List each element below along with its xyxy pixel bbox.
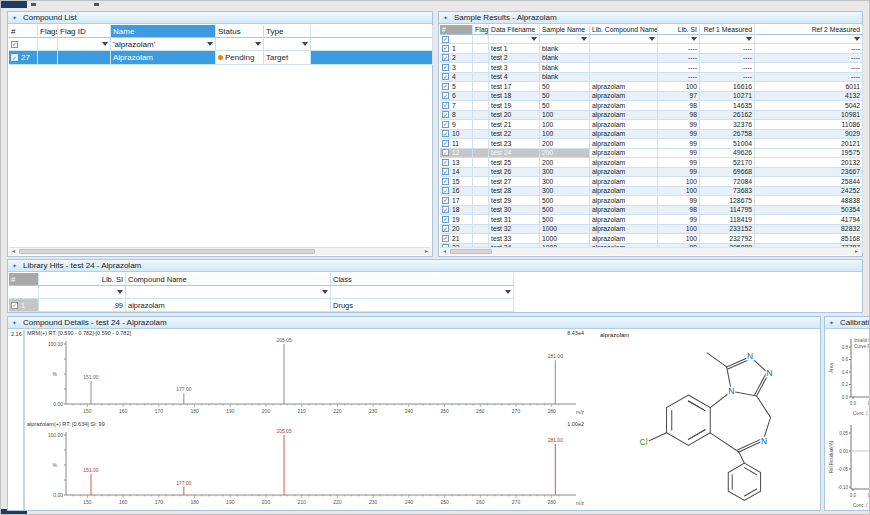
structure-viewer[interactable]: alprazolam [596, 330, 820, 510]
column-header--[interactable]: # [440, 25, 473, 35]
panel-collapse-icon[interactable]: ✦ [829, 320, 834, 326]
scroll-right-icon[interactable]: ▸ [852, 248, 861, 255]
row-checkbox[interactable]: ✓ [442, 64, 449, 71]
table-row[interactable]: ✓199alprazolamDrugs [9, 299, 514, 312]
column-header-compound-name[interactable]: Compound Name [126, 273, 331, 286]
table-row[interactable]: ✓4test 4blank------------ [440, 73, 863, 83]
table-row[interactable]: ✓5test 1750alprazolam100166166011 [440, 82, 863, 92]
splitter-handle-icon[interactable] [94, 3, 99, 6]
sample-results-title-bar[interactable]: ✦ Sample Results - Alprazolam [439, 12, 862, 24]
row-checkbox[interactable]: ✓ [11, 302, 18, 309]
sample-results-hscrollbar[interactable]: ◂ ▸ [440, 247, 861, 255]
scrollbar-thumb[interactable] [450, 249, 492, 254]
table-row[interactable]: ✓27AlprazolamPendingTarget [9, 51, 433, 65]
table-row[interactable]: ✓15test 27300alprazolam1007208425844 [440, 177, 863, 187]
row-checkbox[interactable]: ✓ [442, 168, 449, 175]
column-header-ref-1-measured[interactable]: Ref 1 Measured [700, 25, 755, 35]
row-checkbox[interactable]: ✓ [11, 54, 18, 61]
table-row[interactable]: ✓20test 321000alprazolam10023315282832 [440, 225, 863, 235]
filter-cell[interactable] [9, 286, 39, 299]
column-header-lib-compound-name[interactable]: Lib. Compound Name [590, 25, 658, 35]
table-row[interactable]: ✓7test 1950alprazolam98146355042 [440, 101, 863, 111]
scroll-left-icon[interactable]: ◂ [9, 248, 18, 255]
calibration-title-bar[interactable]: ✦ Calibration [825, 317, 869, 329]
column-header--[interactable]: # [9, 273, 39, 286]
filter-cell[interactable] [311, 38, 433, 51]
scroll-left-icon[interactable]: ◂ [440, 248, 449, 255]
column-header--[interactable]: # [9, 25, 38, 38]
row-checkbox[interactable]: ✓ [442, 102, 449, 109]
table-row[interactable]: ✓13test 25200alprazolam995217020132 [440, 158, 863, 168]
panel-collapse-icon[interactable]: ✦ [443, 15, 448, 21]
table-row[interactable]: ✓6test 1850alprazolam97102714132 [440, 92, 863, 102]
column-header-blank[interactable] [311, 25, 433, 38]
filter-icon[interactable] [649, 37, 655, 41]
calibration-residual-plot[interactable]: 0.050.00-0.05-0.100.00.5Conc. (Rel.Resid… [827, 419, 870, 509]
table-row[interactable]: ✓18test 30500alprazolam9811479550354 [440, 206, 863, 216]
filter-cell[interactable]: ✓ [440, 35, 473, 44]
filter-icon[interactable] [854, 37, 860, 41]
row-checkbox[interactable]: ✓ [442, 111, 449, 118]
table-row[interactable]: ✓12test 24200alprazolam994962619575 [440, 149, 863, 159]
column-header-name[interactable]: Name [111, 25, 216, 38]
compound-list-title-bar[interactable]: ✦ Compound List [8, 12, 432, 24]
row-checkbox[interactable]: ✓ [442, 187, 449, 194]
filter-icon[interactable] [207, 42, 213, 46]
compound-list-hscrollbar[interactable]: ◂ ▸ [9, 247, 431, 255]
row-checkbox[interactable]: ✓ [442, 225, 449, 232]
column-header-flags[interactable]: Flags [38, 25, 58, 38]
filter-icon[interactable] [691, 37, 697, 41]
filter-cell[interactable] [126, 286, 331, 299]
table-row[interactable]: ✓8test 20100alprazolam982616210981 [440, 111, 863, 121]
filter-cell[interactable] [540, 35, 590, 44]
table-row[interactable]: ✓9test 21100alprazolam993237611086 [440, 120, 863, 130]
table-row[interactable]: ✓3test 3blank------------ [440, 63, 863, 73]
filter-cell[interactable] [38, 38, 58, 51]
filter-icon[interactable] [505, 290, 511, 294]
table-row[interactable]: ✓14test 26300alprazolam996966823667 [440, 168, 863, 178]
row-checkbox[interactable]: ✓ [11, 41, 18, 48]
filter-cell[interactable] [755, 35, 863, 44]
filter-icon[interactable] [322, 290, 328, 294]
spectrum-plot-1[interactable]: 100.000.00%15016017018019020021022023024… [26, 338, 588, 419]
filter-icon[interactable] [117, 290, 123, 294]
table-row[interactable]: ✓2test 2blank------------ [440, 54, 863, 64]
scrollbar-thumb[interactable] [19, 249, 315, 254]
filter-cell[interactable] [700, 35, 755, 44]
table-row[interactable]: ✓16test 28300alprazolam1007368324252 [440, 187, 863, 197]
column-header-flag-id[interactable]: Flag ID [58, 25, 111, 38]
filter-cell[interactable] [473, 35, 489, 44]
row-checkbox[interactable]: ✓ [442, 73, 449, 80]
filter-cell[interactable] [216, 38, 264, 51]
filter-icon[interactable] [102, 42, 108, 46]
filter-cell[interactable] [331, 286, 514, 299]
table-row[interactable]: ✓17test 29500alprazolam9912867548838 [440, 196, 863, 206]
splitter-handle-icon[interactable] [31, 3, 36, 6]
filter-cell[interactable] [658, 35, 700, 44]
table-row[interactable]: ✓11test 23200alprazolam995100420121 [440, 139, 863, 149]
filter-cell[interactable] [58, 38, 111, 51]
panel-collapse-icon[interactable]: ✦ [12, 320, 17, 326]
row-checkbox[interactable]: ✓ [442, 140, 449, 147]
row-checkbox[interactable]: ✓ [442, 197, 449, 204]
column-header-data-filename[interactable]: Data Filename [489, 25, 540, 35]
panel-collapse-icon[interactable]: ✦ [12, 15, 17, 21]
row-checkbox[interactable]: ✓ [442, 83, 449, 90]
filter-cell[interactable] [264, 38, 311, 51]
table-row[interactable]: ✓10test 22100alprazolam99267589029 [440, 130, 863, 140]
column-header-sample-name[interactable]: Sample Name [540, 25, 590, 35]
column-header-status[interactable]: Status [216, 25, 264, 38]
row-checkbox[interactable]: ✓ [442, 45, 449, 52]
panel-collapse-icon[interactable]: ✦ [12, 263, 17, 269]
calibration-curve-plot[interactable]: 0.80.60.40.20.00.00.5Conc. (AreaInvalid … [827, 331, 870, 417]
row-checkbox[interactable]: ✓ [442, 178, 449, 185]
filter-icon[interactable] [302, 42, 308, 46]
column-header-lib-si[interactable]: Lib. SI [39, 273, 126, 286]
table-row[interactable]: ✓1test 1blank------------ [440, 44, 863, 54]
filter-cell[interactable] [590, 35, 658, 44]
library-hits-title-bar[interactable]: ✦ Library Hits - test 24 - Alprazolam [8, 260, 862, 272]
filter-icon[interactable] [746, 37, 752, 41]
table-row[interactable]: ✓21test 331000alprazolam10023279285168 [440, 234, 863, 244]
filter-icon[interactable] [531, 37, 537, 41]
table-row[interactable]: ✓19test 31500alprazolam9911841941794 [440, 215, 863, 225]
